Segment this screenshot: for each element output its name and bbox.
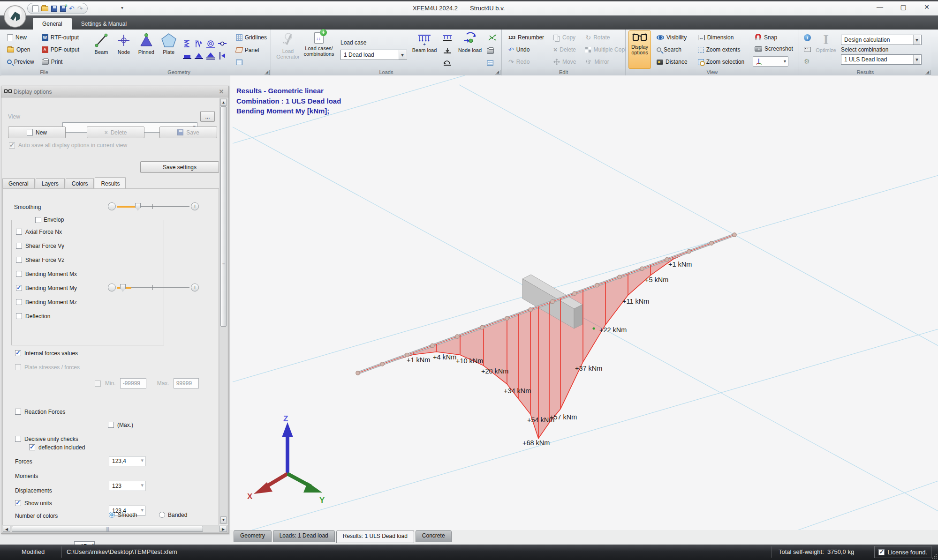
beam-load-button[interactable]: + Beam load xyxy=(409,30,440,69)
rotation-spring-icon[interactable] xyxy=(205,39,216,48)
trapezoid-load-icon[interactable] xyxy=(442,34,453,42)
node-button[interactable]: Node xyxy=(113,30,135,69)
beam-node[interactable] xyxy=(431,343,434,347)
fixed-support-icon[interactable] xyxy=(182,51,192,60)
new-file-icon[interactable] xyxy=(32,5,38,12)
beam-node[interactable] xyxy=(710,241,713,245)
geometry-table-button[interactable] xyxy=(234,59,269,66)
info-icon[interactable]: i xyxy=(804,34,811,41)
visibility-button[interactable]: Visibility xyxy=(655,33,689,42)
beam-node[interactable] xyxy=(618,275,621,279)
beam-node[interactable] xyxy=(687,249,691,253)
max-check-row[interactable]: (Max.) xyxy=(108,422,133,428)
print-loads-icon[interactable] xyxy=(487,48,494,54)
beam-button[interactable]: Beam xyxy=(90,30,113,69)
panel-save-button[interactable]: Save xyxy=(159,127,217,138)
delete-button[interactable]: ×Delete xyxy=(552,45,578,54)
beam-node[interactable] xyxy=(733,233,736,237)
scrollbar-thumb[interactable] xyxy=(220,106,227,327)
pinned-support-button[interactable]: Pinned xyxy=(135,30,158,69)
geometry-dialog-launcher[interactable]: ◢ xyxy=(265,70,270,75)
app-logo[interactable] xyxy=(4,5,26,28)
load-case-dropdown[interactable]: 1 Dead load xyxy=(340,50,407,60)
shear-force-vy-checkbox[interactable] xyxy=(16,243,22,249)
slider-thumb[interactable] xyxy=(135,203,141,210)
tab-geometry-view[interactable]: Geometry xyxy=(234,530,272,542)
renumber-button[interactable]: 123Renumber xyxy=(507,33,546,42)
show-units-checkbox[interactable] xyxy=(15,500,21,506)
resize-grip[interactable] xyxy=(931,553,937,559)
beam-node[interactable] xyxy=(529,308,532,312)
scroll-left-icon[interactable]: ◀ xyxy=(3,526,10,532)
slider-minus-icon[interactable]: − xyxy=(108,284,116,291)
beam-node[interactable] xyxy=(505,316,509,320)
deflection-checkbox[interactable] xyxy=(16,313,22,319)
min-input[interactable]: -99999 xyxy=(120,378,146,388)
zoom-selection-button[interactable]: Zoom selection xyxy=(696,58,746,66)
check-row-vz[interactable]: Shear Force Vz xyxy=(16,257,64,263)
forces-format-dropdown[interactable]: 123,4 xyxy=(109,456,145,466)
display-options-button[interactable]: Displayoptions xyxy=(628,30,651,69)
scroll-down-icon[interactable]: ▼ xyxy=(220,516,227,523)
loads-table-icon[interactable] xyxy=(487,60,493,66)
check-row-nx[interactable]: Axial Force Nx xyxy=(16,229,62,235)
plate-button[interactable]: Plate xyxy=(158,30,180,69)
min-max-checkbox[interactable] xyxy=(95,381,101,387)
combination-dropdown[interactable]: 1 ULS Dead load xyxy=(841,54,922,65)
moments-format-dropdown[interactable]: 123 xyxy=(109,481,145,491)
pinned-support-small-icon[interactable] xyxy=(194,51,204,60)
max-checkbox[interactable] xyxy=(108,422,114,428)
node-load-button[interactable]: Node load xyxy=(455,30,485,69)
banded-radio[interactable] xyxy=(159,512,165,518)
view-orientation-dropdown[interactable]: ▾ xyxy=(753,56,788,67)
open-file-icon[interactable] xyxy=(41,6,48,11)
hinge-connector-icon[interactable] xyxy=(217,39,227,48)
maximize-button[interactable]: ▢ xyxy=(897,3,910,11)
internal-forces-row[interactable]: Internal forces values xyxy=(15,350,78,357)
panel-title-bar[interactable]: Display options ✕ xyxy=(1,86,228,97)
check-row-my[interactable]: Bending Moment My xyxy=(16,285,77,291)
results-settings-icon[interactable] xyxy=(804,47,811,52)
view-browse-button[interactable]: ... xyxy=(200,111,215,122)
envelop-checkbox-row[interactable]: Envelop xyxy=(33,217,66,223)
scrollbar-thumb[interactable]: ||| xyxy=(12,526,203,532)
beam-node[interactable] xyxy=(551,299,554,303)
slide-support-icon[interactable] xyxy=(217,51,227,60)
slider-plus-icon[interactable]: + xyxy=(191,284,199,291)
beam-node[interactable] xyxy=(595,283,599,287)
save-icon[interactable] xyxy=(51,6,57,12)
tab-general[interactable]: General xyxy=(33,18,72,30)
viewport-canvas[interactable]: +1 kNm+4 kNm+10 kNm+20 kNm+34 kNm+54 kNm… xyxy=(230,75,938,530)
bending-moment-mx-checkbox[interactable] xyxy=(16,271,22,277)
plate-stresses-checkbox[interactable] xyxy=(15,364,21,370)
bending-moment-my-checkbox[interactable] xyxy=(16,285,22,291)
panel-close-icon[interactable]: ✕ xyxy=(217,88,226,96)
roller-support-icon[interactable] xyxy=(205,51,216,60)
beam-node[interactable] xyxy=(380,362,384,366)
beam-node[interactable] xyxy=(480,325,484,329)
close-button[interactable]: ✕ xyxy=(920,3,933,11)
undo-icon[interactable]: ↶ xyxy=(69,5,75,12)
loads-dialog-launcher[interactable]: ◢ xyxy=(495,70,500,75)
scroll-up-icon[interactable]: ▲ xyxy=(220,99,227,106)
show-units-row[interactable]: Show units xyxy=(15,500,52,507)
zoom-extents-button[interactable]: Zoom extents xyxy=(696,45,746,54)
slider-plus-icon[interactable]: + xyxy=(191,202,199,210)
check-row-mx[interactable]: Bending Moment Mx xyxy=(16,271,77,277)
screenshot-button[interactable]: Screenshot xyxy=(753,45,795,53)
redo-button[interactable]: ↷Redo xyxy=(507,58,546,66)
new-button[interactable]: New xyxy=(5,33,36,42)
print-button[interactable]: Print xyxy=(40,58,81,66)
load-cases-combinations-button[interactable]: ↓↓ + Load cases/combinations xyxy=(301,30,337,69)
undo-button[interactable]: ↶Undo xyxy=(507,45,546,54)
model-viewport[interactable]: Results - Geometric linear Combination :… xyxy=(230,75,938,530)
check-row-mz[interactable]: Bending Moment Mz xyxy=(16,299,77,306)
autosave-checkbox[interactable] xyxy=(9,142,15,149)
smooth-radio[interactable] xyxy=(109,512,115,518)
max-input[interactable]: 99999 xyxy=(174,378,199,388)
design-calculation-dropdown[interactable]: Design calculation xyxy=(841,35,922,45)
dimension-button[interactable]: ↔Dimension xyxy=(696,33,746,42)
moment-load-icon[interactable] xyxy=(442,59,453,66)
minimize-button[interactable]: — xyxy=(873,3,886,11)
beam-node[interactable] xyxy=(356,371,360,375)
